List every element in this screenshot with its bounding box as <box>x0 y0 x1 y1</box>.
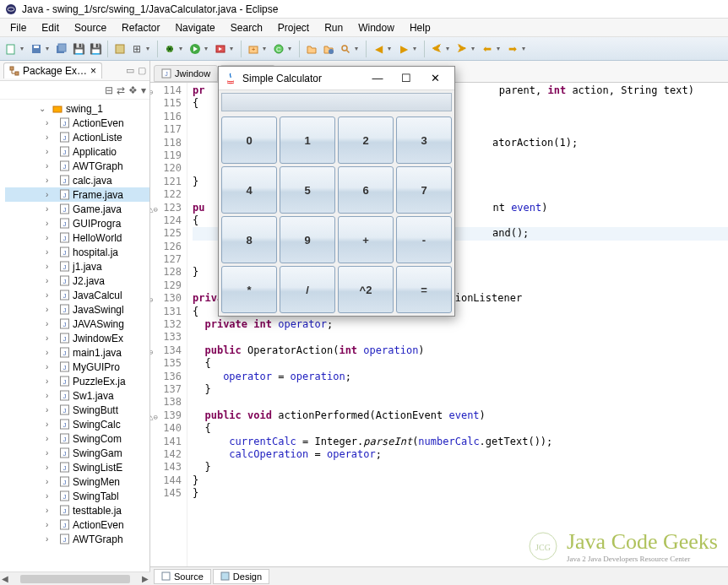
maximize-icon[interactable]: ▢ <box>138 65 146 76</box>
minimize-icon[interactable]: ▭ <box>126 65 134 76</box>
line-number[interactable]: 125 <box>150 227 182 240</box>
editor-tab[interactable]: JJwindow <box>154 65 218 82</box>
tree-file[interactable]: ›JAWTGraph <box>5 159 149 173</box>
new-class-icon[interactable]: C <box>271 41 286 57</box>
tree-file[interactable]: ›JActionListe <box>5 130 149 144</box>
menu-search[interactable]: Search <box>224 20 269 35</box>
expand-arrow-icon[interactable]: › <box>46 204 56 214</box>
expand-arrow-icon[interactable]: › <box>46 520 56 529</box>
line-number[interactable]: 136 <box>150 371 182 383</box>
scroll-right-icon[interactable]: ▶ <box>142 574 149 583</box>
dropdown-icon[interactable]: ▾ <box>146 45 153 52</box>
expand-arrow-icon[interactable]: › <box>46 534 56 544</box>
expand-arrow-icon[interactable]: › <box>46 463 56 472</box>
dropdown-icon[interactable]: ▾ <box>20 45 27 52</box>
expand-arrow-icon[interactable]: › <box>46 491 56 501</box>
dropdown-icon[interactable]: ▾ <box>355 45 361 52</box>
code-line[interactable]: { <box>193 357 728 370</box>
calc-key-9[interactable]: 9 <box>280 216 335 263</box>
code-line[interactable] <box>193 331 728 344</box>
line-number[interactable]: 116 <box>150 111 182 123</box>
code-line[interactable]: } <box>193 383 728 396</box>
search-icon[interactable] <box>338 41 353 57</box>
tree-file[interactable]: ›JGUIProgra <box>5 216 149 230</box>
expand-arrow-icon[interactable]: › <box>46 247 56 257</box>
new-pkg-icon[interactable]: + <box>246 41 261 57</box>
new-icon[interactable] <box>3 41 19 57</box>
line-number[interactable]: 120 <box>150 162 182 175</box>
save-icon[interactable] <box>29 41 44 57</box>
dropdown-icon[interactable]: ▾ <box>413 45 420 52</box>
open-type-icon[interactable] <box>321 41 336 57</box>
line-number[interactable]: ⊖114 <box>150 84 182 97</box>
calc-key-6[interactable]: 6 <box>338 166 394 214</box>
close-button[interactable]: ✕ <box>421 69 449 88</box>
calc-key-8[interactable]: 8 <box>221 216 277 263</box>
tree-file[interactable]: ›JSwingMen <box>5 474 149 489</box>
expand-arrow-icon[interactable]: › <box>46 362 56 371</box>
calc-key-7[interactable]: 7 <box>396 166 452 214</box>
expand-arrow-icon[interactable]: › <box>46 233 56 242</box>
code-line[interactable]: public void actionPerformed(ActionEvent … <box>193 409 728 422</box>
collapse-arrow-icon[interactable]: ⌄ <box>39 104 49 113</box>
line-number[interactable]: 121 <box>150 176 182 188</box>
code-line[interactable]: calcOperation = operator; <box>193 448 728 461</box>
tree-file[interactable]: ›JJwindowEx <box>5 331 149 345</box>
tree-file[interactable]: ›JSw1.java <box>5 388 149 403</box>
tree-file[interactable]: ›JSwingGam <box>5 446 149 460</box>
expand-arrow-icon[interactable]: › <box>46 448 56 458</box>
line-number[interactable]: ⊖130 <box>150 292 182 305</box>
menu-edit[interactable]: Edit <box>35 20 66 35</box>
line-number[interactable]: 129 <box>150 279 182 292</box>
calc-key-x[interactable]: * <box>221 266 277 313</box>
expand-arrow-icon[interactable]: › <box>46 405 56 414</box>
code-line[interactable]: private int operator; <box>193 318 728 331</box>
expand-arrow-icon[interactable]: › <box>46 319 56 328</box>
link-editor-icon[interactable]: ⇄ <box>117 84 125 96</box>
calc-key-x[interactable]: - <box>396 216 452 263</box>
tree-file[interactable]: ›JJ2.java <box>5 274 149 288</box>
dropdown-icon[interactable]: ▾ <box>471 45 478 52</box>
tree-file[interactable]: ›Jtesttable.ja <box>5 503 149 517</box>
code-line[interactable]: public OperatorAction(int operation) <box>193 344 728 357</box>
run-icon[interactable] <box>187 41 203 57</box>
menu-window[interactable]: Window <box>351 20 401 35</box>
tree-file[interactable]: ›JFrame.java <box>5 187 149 202</box>
collapse-icon[interactable]: ⊟ <box>105 84 113 96</box>
line-number[interactable]: 142 <box>150 448 182 461</box>
tree-file[interactable]: ›Jmain1.java <box>5 345 149 360</box>
code-line[interactable]: { <box>193 422 728 435</box>
line-number[interactable]: 122 <box>150 188 182 201</box>
expand-arrow-icon[interactable]: › <box>46 133 56 142</box>
calculator-display[interactable] <box>221 93 452 111</box>
code-line[interactable] <box>193 396 728 409</box>
tree-file[interactable]: ›Jhospital.ja <box>5 245 149 259</box>
calc-key-0[interactable]: 0 <box>221 116 277 164</box>
tree-file[interactable]: ›Jj1.java <box>5 259 149 274</box>
line-number[interactable]: 126 <box>150 241 182 253</box>
tree-file[interactable]: ›JSwingCalc <box>5 417 149 431</box>
line-number[interactable]: 127 <box>150 253 182 266</box>
menu-project[interactable]: Project <box>271 20 316 35</box>
expand-arrow-icon[interactable]: › <box>46 348 56 357</box>
expand-arrow-icon[interactable]: › <box>46 305 56 314</box>
package-explorer-tab[interactable]: Package Ex… × <box>3 62 102 79</box>
dropdown-icon[interactable]: ▾ <box>522 45 529 52</box>
line-number[interactable]: 135 <box>150 357 182 370</box>
line-number[interactable]: 132 <box>150 318 182 331</box>
tree-file[interactable]: ›JActionEven <box>5 116 149 130</box>
save-all-icon[interactable] <box>54 41 69 57</box>
menu-refactor[interactable]: Refactor <box>115 20 166 35</box>
line-number[interactable]: 144 <box>150 474 182 487</box>
scroll-left-icon[interactable]: ◀ <box>2 574 8 583</box>
calc-key-2[interactable]: 2 <box>338 116 394 164</box>
focus-icon[interactable]: ❖ <box>128 84 138 96</box>
line-number[interactable]: 143 <box>150 461 182 474</box>
debug-icon[interactable] <box>162 41 177 57</box>
tree-file[interactable]: ›JHelloWorld <box>5 230 149 245</box>
expand-arrow-icon[interactable]: › <box>46 147 56 156</box>
scroll-thumb[interactable] <box>20 575 130 583</box>
disk-icon[interactable]: 💾 <box>71 41 86 57</box>
expand-arrow-icon[interactable]: › <box>46 262 56 271</box>
dropdown-icon[interactable]: ▾ <box>179 45 186 52</box>
